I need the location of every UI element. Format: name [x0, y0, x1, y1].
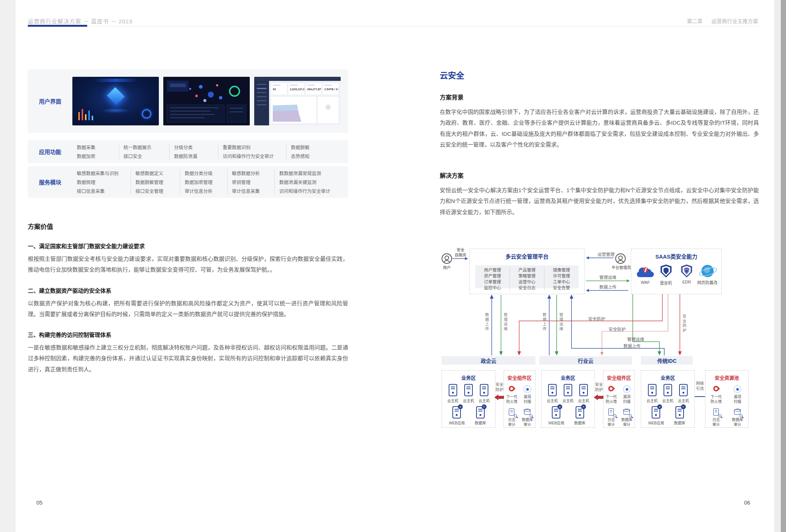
module-item: 密钥管理: [232, 178, 270, 185]
ui-thumbnails: 93 2,019,137,054 204,277,871: [72, 77, 341, 125]
value-item-2-heading: 二、建立数据资产驱动的安全体系: [28, 286, 348, 294]
log-audit-icon: [507, 408, 516, 417]
protect-vlabel-idc: 安全防护: [682, 314, 687, 333]
solution-heading: 解决方案: [440, 171, 759, 180]
background-heading: 方案背景: [440, 92, 759, 101]
function-item: 访问和操作行为安全审计: [223, 152, 282, 160]
app-row: e WEB应用 ≡ 数据库: [442, 406, 495, 426]
cloud-host-label: 云主机: [445, 398, 461, 403]
cloud-host: 云主机: [660, 384, 675, 403]
server-icon: ≡: [576, 406, 584, 418]
module-item: 数据梳理: [77, 178, 126, 185]
component-firewall: 下一代 防火墙: [504, 385, 519, 404]
vuln-scan-icon: [622, 385, 631, 394]
component-vuln-scan: 漏洞 扫描: [619, 385, 634, 404]
server-icon: ≡: [675, 406, 684, 418]
stat-card: 93: [271, 83, 287, 95]
server-icon: [480, 384, 488, 396]
mgmt-label-idc: 管理运维: [627, 336, 644, 342]
value-item-3-body: 一是在敏感数据和敏感操作上建立三权分立机制，彻底解决特权账户问题，及各种非授权访…: [28, 342, 348, 375]
thumb3-sidebar: [254, 81, 269, 125]
platform-module: 产品管理: [510, 267, 544, 273]
dashboard-thumbnail-2: [163, 77, 250, 125]
cloud-host-label: 云主机: [461, 398, 476, 403]
server-icon: e: [552, 406, 560, 418]
header-accent-bar: [28, 25, 87, 27]
thumb1-3d-core: [104, 89, 128, 104]
user-icon: [442, 253, 452, 264]
component-db-audit: 数据库 审计: [619, 408, 634, 427]
component-log-audit: 日志 审计: [604, 408, 619, 427]
module-item: 敏感数据分析: [232, 170, 270, 177]
cloud-host: 云主机: [445, 384, 461, 403]
upload-label-idc: 数据上传: [623, 343, 641, 349]
module-item: 数数据泄漏常规监测: [279, 170, 336, 177]
server-icon: [664, 384, 672, 396]
server-icon: [449, 384, 457, 396]
log-audit-icon: [712, 408, 721, 417]
saas-item-bastion: 堡垒机: [656, 265, 677, 286]
function-item: 数据脱敏: [291, 144, 336, 151]
scrollbar[interactable]: [781, 0, 786, 532]
chapter-title: 运营商行业主推方案: [711, 17, 758, 24]
server-icon: [648, 384, 656, 396]
app-row: e WEB应用 ≡ 数据库: [541, 406, 595, 426]
component-grid: 下一代 防火墙 漏洞 扫描 日志 审计 数据库 审计: [705, 385, 748, 427]
thumb2-table: [167, 105, 225, 122]
stat-card: 2.54TB / 3.51TB: [323, 83, 338, 95]
functions-row: 应用功能 数据采集 数据加密 统一数据展示 接口安全 分级分类: [28, 140, 348, 163]
stat-card-label: [307, 85, 315, 86]
function-item: 接口安全: [124, 152, 165, 160]
web-badge: e: [458, 404, 463, 409]
function-item: 重要数据识别: [223, 144, 282, 151]
component-firewall: 下一代 防火墙: [604, 385, 619, 404]
module-item: 敏感数据定义: [135, 170, 176, 177]
stat-card-value: 204,277,871: [307, 88, 320, 91]
protect-block-arrow-1: [494, 394, 504, 400]
module-item: 数据分类分级: [185, 170, 223, 177]
component-log-audit: 日志 审计: [504, 408, 519, 427]
db-audit-icon: [622, 408, 631, 417]
component-grid: 下一代 防火墙 漏洞 扫描 日志 审计 数据库 审计: [504, 385, 535, 427]
platform-module: 镜像管理: [544, 267, 579, 273]
security-component-zone-2: 安全组件区 下一代 防火墙 漏洞 扫描 日志 审计: [603, 370, 635, 428]
module-item: 敏感数据采集与识别: [77, 170, 126, 177]
cloud-host: 云主机: [576, 384, 592, 403]
stat-card-label: [290, 85, 298, 86]
value-item-2-body: 以数据资产保护对象为核心构建，把所有需要进行保护的数据和高风险操作都定义为资产，…: [28, 298, 348, 320]
module-item: 接口信息采集: [77, 187, 126, 194]
value-item-1-body: 根按照主管部门数据安全考核与安全能力建设要求，实现对重要数据和核心数据识别、分级…: [28, 253, 348, 275]
platform-title: 多云安全管理平台: [470, 252, 584, 260]
document-title: 运营商行业解决方案 － 蓝皮书 － 2023: [28, 17, 132, 25]
page-number-right: 06: [744, 499, 750, 506]
function-column: 数据脱敏 态势感知: [286, 144, 341, 160]
platform-grid-row: 资产管理 策略管理 许可管理: [475, 273, 579, 279]
stat-card-value: 93: [273, 88, 285, 91]
modules-columns: 敏感数据采集与识别 数据梳理 接口信息采集 敏感数据定义 数据脱敏管理 接口安全…: [72, 170, 341, 194]
left-page-gutter: [0, 0, 16, 532]
platform-module: 订单管理: [475, 279, 510, 285]
server-icon: ≡: [476, 406, 485, 418]
platform-module: 安全日志: [510, 285, 544, 290]
modules-row-label: 服务模块: [28, 170, 72, 194]
edr-shield-icon: [681, 265, 692, 278]
vuln-scan-icon: [523, 385, 532, 394]
solution-body: 安恒云统一安全中心解决方案由1个安全运营平台、1个集中安全防护能力和N个近源安全…: [440, 185, 759, 217]
right-page-gutter: [774, 0, 781, 532]
database: ≡ 数据库: [672, 406, 687, 426]
log-audit-icon: [607, 408, 616, 417]
right-page: 云安全 方案背景 在数字化中国的国家战略引领下，为了适应各行业各业客户对云计算的…: [440, 69, 759, 477]
module-item: 接口安全管理: [135, 187, 176, 194]
server-icon: [679, 384, 688, 396]
platform-module: 用户管理: [475, 267, 510, 273]
cloud-host: 云主机: [676, 384, 691, 403]
module-item: 访问和操作行为安全审计: [279, 187, 336, 194]
modules-row: 服务模块 敏感数据采集与识别 数据梳理 接口信息采集 敏感数据定义 数据脱敏管理…: [28, 166, 348, 198]
business-zone-title: 业务区: [442, 374, 495, 381]
stat-card-value: 2,019,137,054: [290, 88, 302, 91]
cloud-bar-industrycloud: 行业云: [539, 356, 632, 365]
platform-module: 策略管理: [510, 273, 544, 279]
component-vuln-scan: 漏洞 扫描: [520, 385, 535, 404]
db-badge: ≡: [482, 404, 487, 409]
traffic-redirect-label: 网络 引流: [694, 381, 705, 391]
